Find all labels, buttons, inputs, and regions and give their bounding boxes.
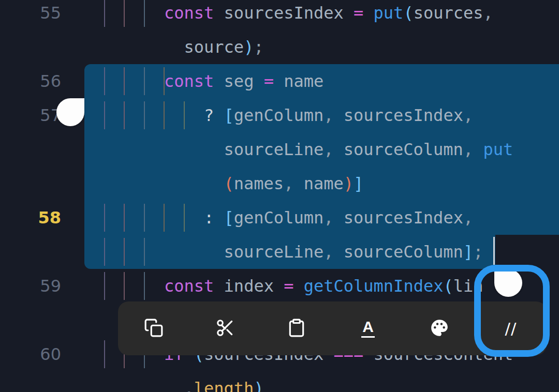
indent-guide bbox=[164, 101, 165, 129]
code-token: ) bbox=[254, 379, 263, 392]
code-editor: 55const sourcesIndex = put(sources,sourc… bbox=[0, 0, 559, 392]
code-token: [ bbox=[224, 208, 234, 228]
line-number-56: 56 bbox=[0, 64, 61, 98]
code-line[interactable]: sourceLine, sourceColumn, put bbox=[224, 132, 513, 167]
code-token: : bbox=[204, 208, 224, 228]
code-token: getColumnIndex bbox=[304, 276, 444, 296]
code-token: = bbox=[284, 276, 304, 296]
indent-guide bbox=[164, 204, 165, 232]
code-token: sourceColumn bbox=[344, 140, 463, 159]
code-token: ; bbox=[254, 37, 263, 57]
code-token: put bbox=[374, 3, 404, 23]
theme-button[interactable] bbox=[404, 301, 475, 355]
code-token: [ bbox=[224, 105, 234, 125]
code-token: ; bbox=[473, 242, 483, 262]
code-token: ] bbox=[354, 174, 363, 193]
code-token: ] bbox=[463, 242, 473, 262]
code-token: ? bbox=[204, 105, 224, 125]
cut-button[interactable] bbox=[189, 301, 261, 355]
code-token: sourcesIndex bbox=[224, 3, 354, 23]
code-token: name bbox=[304, 174, 344, 193]
indent-guide bbox=[124, 0, 125, 27]
code-line[interactable]: const seg = name bbox=[164, 64, 323, 98]
code-token: sourcesIndex bbox=[344, 105, 463, 125]
code-line[interactable]: const sourcesIndex = put(sources, bbox=[164, 0, 493, 30]
indent-guide bbox=[184, 204, 185, 232]
code-token: index bbox=[224, 276, 284, 296]
indent-guide bbox=[144, 204, 145, 232]
indent-guide bbox=[104, 272, 105, 300]
code-token: length bbox=[194, 379, 254, 392]
code-token: , bbox=[463, 140, 483, 159]
click-annotation-ring bbox=[474, 265, 550, 357]
indent-guide bbox=[104, 101, 105, 129]
indent-guide bbox=[184, 101, 185, 129]
code-line[interactable]: .length) bbox=[184, 371, 264, 392]
code-line[interactable]: (names, name)] bbox=[224, 167, 364, 201]
indent-guide bbox=[124, 204, 125, 232]
code-token: ) bbox=[244, 37, 254, 57]
code-line[interactable]: source); bbox=[184, 30, 264, 64]
text-cursor bbox=[493, 237, 495, 265]
indent-guide bbox=[104, 204, 105, 232]
code-token: sourcesIndex bbox=[344, 208, 463, 228]
code-token: , bbox=[463, 105, 473, 125]
code-token: , bbox=[323, 208, 344, 228]
code-line[interactable]: ? [genColumn, sourcesIndex, bbox=[204, 98, 473, 132]
line-number-57: 57 bbox=[0, 98, 61, 132]
indent-guide bbox=[124, 67, 125, 95]
code-token: genColumn bbox=[234, 208, 323, 228]
selection-handle-start[interactable] bbox=[56, 98, 84, 126]
code-token: , bbox=[284, 174, 304, 193]
code-token: = bbox=[354, 3, 374, 23]
indent-guide bbox=[144, 0, 145, 27]
indent-guide bbox=[124, 272, 125, 300]
code-token: names bbox=[234, 174, 284, 193]
code-line[interactable]: sourceLine, sourceColumn]; bbox=[224, 235, 483, 269]
indent-guide bbox=[104, 238, 105, 266]
line-number-55: 55 bbox=[0, 0, 61, 30]
indent-guide bbox=[144, 101, 145, 129]
code-token: sourceLine bbox=[224, 242, 324, 262]
code-token: seg bbox=[224, 71, 264, 91]
indent-guide bbox=[104, 67, 105, 95]
code-token: source bbox=[184, 37, 244, 57]
indent-guide bbox=[104, 340, 105, 368]
code-token: const bbox=[164, 71, 224, 91]
indent-guide bbox=[144, 67, 145, 95]
format-letter-a-icon: A bbox=[361, 319, 375, 338]
indent-guide bbox=[144, 272, 145, 300]
palette-icon bbox=[430, 318, 449, 339]
format-button[interactable]: A bbox=[332, 301, 404, 355]
code-token: sourceColumn bbox=[344, 242, 463, 262]
code-token: sources bbox=[414, 3, 483, 23]
code-token: , bbox=[483, 3, 493, 23]
code-token: const bbox=[164, 276, 224, 296]
code-token: . bbox=[184, 379, 194, 392]
code-line[interactable]: : [genColumn, sourcesIndex, bbox=[204, 201, 473, 235]
code-token: sourceLine bbox=[224, 140, 324, 159]
code-token: , bbox=[323, 140, 344, 159]
copy-button[interactable] bbox=[118, 301, 189, 355]
indent-guide bbox=[124, 101, 125, 129]
code-token: ( bbox=[224, 174, 234, 193]
code-token: = bbox=[264, 71, 284, 91]
code-token: ( bbox=[403, 3, 413, 23]
code-token: name bbox=[284, 71, 323, 91]
code-token: ) bbox=[344, 174, 354, 193]
clipboard-icon bbox=[287, 318, 306, 339]
line-number-58: 58 bbox=[0, 201, 61, 235]
code-line[interactable]: const index = getColumnIndex(lin bbox=[164, 269, 483, 303]
copy-icon bbox=[144, 318, 164, 339]
line-number-60: 60 bbox=[0, 337, 61, 371]
code-token: ( bbox=[443, 276, 453, 296]
indent-guide bbox=[124, 238, 125, 266]
indent-guide bbox=[144, 238, 145, 266]
code-token: genColumn bbox=[234, 105, 323, 125]
paste-button[interactable] bbox=[261, 301, 332, 355]
code-token: put bbox=[483, 140, 513, 159]
line-number-59: 59 bbox=[0, 269, 61, 303]
code-token: , bbox=[463, 208, 473, 228]
indent-guide bbox=[104, 0, 105, 27]
code-token: , bbox=[323, 242, 344, 262]
